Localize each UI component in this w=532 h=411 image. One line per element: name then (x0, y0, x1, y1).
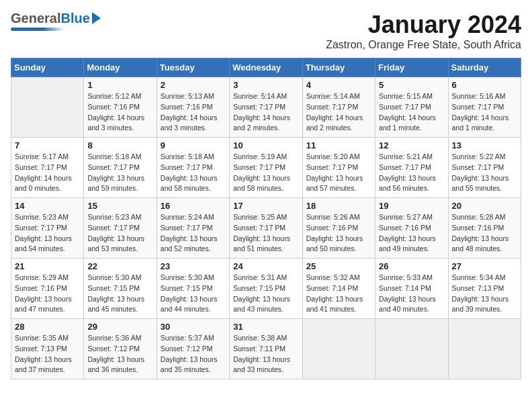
calendar-cell: 10Sunrise: 5:19 AMSunset: 7:17 PMDayligh… (230, 138, 302, 198)
logo-wave (11, 28, 64, 31)
cell-sun-info: Sunrise: 5:15 AMSunset: 7:17 PMDaylight:… (379, 91, 444, 134)
calendar-week-row: 7Sunrise: 5:17 AMSunset: 7:17 PMDaylight… (11, 138, 521, 198)
day-number: 19 (379, 201, 444, 211)
cell-sun-info: Sunrise: 5:22 AMSunset: 7:17 PMDaylight:… (452, 152, 517, 194)
cell-sun-info: Sunrise: 5:36 AMSunset: 7:12 PMDaylight:… (87, 333, 152, 375)
day-number: 5 (379, 80, 444, 90)
day-number: 17 (233, 201, 298, 211)
day-number: 1 (87, 80, 152, 90)
day-number: 26 (379, 261, 444, 271)
cell-sun-info: Sunrise: 5:33 AMSunset: 7:14 PMDaylight:… (379, 273, 444, 315)
calendar-cell: 29Sunrise: 5:36 AMSunset: 7:12 PMDayligh… (84, 319, 157, 379)
calendar-cell: 15Sunrise: 5:23 AMSunset: 7:17 PMDayligh… (84, 198, 157, 259)
day-number: 8 (87, 140, 152, 150)
calendar-cell: 22Sunrise: 5:30 AMSunset: 7:15 PMDayligh… (84, 259, 157, 319)
calendar-cell: 20Sunrise: 5:28 AMSunset: 7:16 PMDayligh… (448, 198, 521, 259)
calendar-cell: 28Sunrise: 5:35 AMSunset: 7:13 PMDayligh… (11, 319, 84, 379)
day-number: 6 (452, 80, 517, 90)
location-subtitle: Zastron, Orange Free State, South Africa (326, 39, 521, 51)
cell-sun-info: Sunrise: 5:18 AMSunset: 7:17 PMDaylight:… (87, 152, 152, 194)
calendar-table: SundayMondayTuesdayWednesdayThursdayFrid… (11, 58, 521, 379)
day-number: 23 (161, 261, 226, 271)
day-number: 15 (87, 201, 152, 211)
cell-sun-info: Sunrise: 5:31 AMSunset: 7:15 PMDaylight:… (233, 273, 298, 315)
cell-sun-info: Sunrise: 5:17 AMSunset: 7:17 PMDaylight:… (15, 152, 80, 194)
calendar-week-row: 1Sunrise: 5:12 AMSunset: 7:16 PMDaylight… (11, 77, 521, 138)
calendar-cell: 3Sunrise: 5:14 AMSunset: 7:17 PMDaylight… (230, 77, 302, 138)
day-number: 12 (379, 140, 444, 150)
day-number: 11 (306, 140, 371, 150)
day-number: 13 (452, 140, 517, 150)
cell-sun-info: Sunrise: 5:34 AMSunset: 7:13 PMDaylight:… (452, 273, 517, 315)
calendar-cell (302, 319, 375, 379)
calendar-cell: 9Sunrise: 5:18 AMSunset: 7:17 PMDaylight… (157, 138, 229, 198)
calendar-week-row: 28Sunrise: 5:35 AMSunset: 7:13 PMDayligh… (11, 319, 521, 379)
calendar-cell: 7Sunrise: 5:17 AMSunset: 7:17 PMDaylight… (11, 138, 84, 198)
day-number: 20 (452, 201, 517, 211)
cell-sun-info: Sunrise: 5:16 AMSunset: 7:17 PMDaylight:… (452, 91, 517, 134)
day-number: 9 (161, 140, 226, 150)
cell-sun-info: Sunrise: 5:32 AMSunset: 7:14 PMDaylight:… (306, 273, 371, 315)
day-number: 16 (161, 201, 226, 211)
day-number: 30 (161, 322, 226, 332)
cell-sun-info: Sunrise: 5:24 AMSunset: 7:17 PMDaylight:… (161, 212, 226, 255)
day-number: 31 (233, 322, 298, 332)
calendar-cell: 26Sunrise: 5:33 AMSunset: 7:14 PMDayligh… (375, 259, 448, 319)
day-number: 2 (161, 80, 226, 90)
calendar-cell: 23Sunrise: 5:30 AMSunset: 7:15 PMDayligh… (157, 259, 229, 319)
weekday-header-tuesday: Tuesday (157, 58, 229, 77)
logo-general: General (11, 11, 60, 26)
cell-sun-info: Sunrise: 5:21 AMSunset: 7:17 PMDaylight:… (379, 152, 444, 194)
day-number: 18 (306, 201, 371, 211)
page-header: General Blue January 2024 Zastron, Orang… (11, 11, 521, 51)
day-number: 10 (233, 140, 298, 150)
calendar-cell: 18Sunrise: 5:26 AMSunset: 7:16 PMDayligh… (302, 198, 375, 259)
weekday-header-friday: Friday (375, 58, 448, 77)
logo-blue: Blue (60, 11, 89, 26)
logo-arrow-icon (92, 12, 101, 24)
calendar-cell: 13Sunrise: 5:22 AMSunset: 7:17 PMDayligh… (448, 138, 521, 198)
day-number: 14 (15, 201, 80, 211)
calendar-cell: 14Sunrise: 5:23 AMSunset: 7:17 PMDayligh… (11, 198, 84, 259)
cell-sun-info: Sunrise: 5:35 AMSunset: 7:13 PMDaylight:… (15, 333, 80, 375)
day-number: 25 (306, 261, 371, 271)
day-number: 21 (15, 261, 80, 271)
calendar-week-row: 21Sunrise: 5:29 AMSunset: 7:16 PMDayligh… (11, 259, 521, 319)
calendar-cell: 8Sunrise: 5:18 AMSunset: 7:17 PMDaylight… (84, 138, 157, 198)
month-year-title: January 2024 (326, 11, 521, 39)
day-number: 27 (452, 261, 517, 271)
cell-sun-info: Sunrise: 5:23 AMSunset: 7:17 PMDaylight:… (15, 212, 80, 255)
calendar-cell: 30Sunrise: 5:37 AMSunset: 7:12 PMDayligh… (157, 319, 229, 379)
calendar-cell: 11Sunrise: 5:20 AMSunset: 7:17 PMDayligh… (302, 138, 375, 198)
cell-sun-info: Sunrise: 5:37 AMSunset: 7:12 PMDaylight:… (161, 333, 226, 375)
day-number: 22 (87, 261, 152, 271)
logo: General Blue (11, 11, 101, 31)
weekday-header-wednesday: Wednesday (230, 58, 302, 77)
calendar-cell (375, 319, 448, 379)
weekday-header-saturday: Saturday (448, 58, 521, 77)
day-number: 29 (87, 322, 152, 332)
cell-sun-info: Sunrise: 5:28 AMSunset: 7:16 PMDaylight:… (452, 212, 517, 255)
cell-sun-info: Sunrise: 5:29 AMSunset: 7:16 PMDaylight:… (15, 273, 80, 315)
calendar-cell: 5Sunrise: 5:15 AMSunset: 7:17 PMDaylight… (375, 77, 448, 138)
cell-sun-info: Sunrise: 5:26 AMSunset: 7:16 PMDaylight:… (306, 212, 371, 255)
cell-sun-info: Sunrise: 5:19 AMSunset: 7:17 PMDaylight:… (233, 152, 298, 194)
title-block: January 2024 Zastron, Orange Free State,… (326, 11, 521, 51)
cell-sun-info: Sunrise: 5:13 AMSunset: 7:16 PMDaylight:… (161, 91, 226, 134)
calendar-cell: 24Sunrise: 5:31 AMSunset: 7:15 PMDayligh… (230, 259, 302, 319)
cell-sun-info: Sunrise: 5:23 AMSunset: 7:17 PMDaylight:… (87, 212, 152, 255)
calendar-cell: 27Sunrise: 5:34 AMSunset: 7:13 PMDayligh… (448, 259, 521, 319)
calendar-cell: 12Sunrise: 5:21 AMSunset: 7:17 PMDayligh… (375, 138, 448, 198)
cell-sun-info: Sunrise: 5:12 AMSunset: 7:16 PMDaylight:… (87, 91, 152, 134)
calendar-cell: 6Sunrise: 5:16 AMSunset: 7:17 PMDaylight… (448, 77, 521, 138)
calendar-cell: 21Sunrise: 5:29 AMSunset: 7:16 PMDayligh… (11, 259, 84, 319)
weekday-header-row: SundayMondayTuesdayWednesdayThursdayFrid… (11, 58, 521, 77)
calendar-cell: 17Sunrise: 5:25 AMSunset: 7:17 PMDayligh… (230, 198, 302, 259)
calendar-cell: 4Sunrise: 5:14 AMSunset: 7:17 PMDaylight… (302, 77, 375, 138)
day-number: 7 (15, 140, 80, 150)
day-number: 3 (233, 80, 298, 90)
weekday-header-monday: Monday (84, 58, 157, 77)
cell-sun-info: Sunrise: 5:18 AMSunset: 7:17 PMDaylight:… (161, 152, 226, 194)
weekday-header-sunday: Sunday (11, 58, 84, 77)
calendar-cell: 31Sunrise: 5:38 AMSunset: 7:11 PMDayligh… (230, 319, 302, 379)
